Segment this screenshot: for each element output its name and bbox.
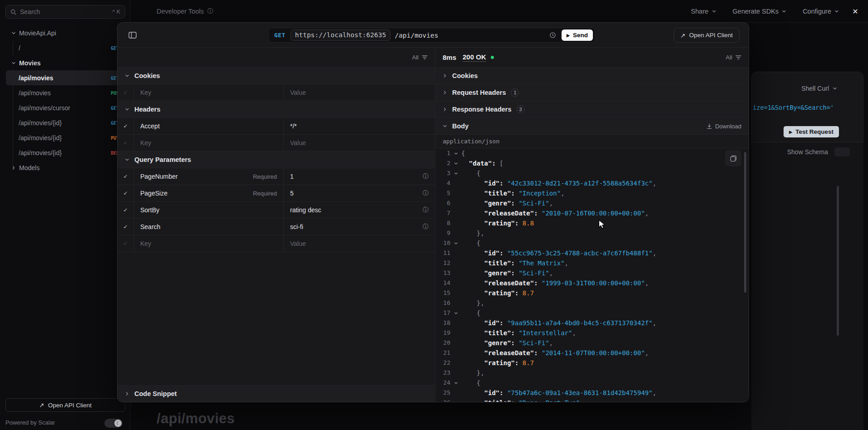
fold-toggle[interactable] [450, 338, 461, 348]
param-value[interactable]: sci-fi [290, 223, 303, 230]
sidebar-item-endpoint[interactable]: /api/movies/{id} DELETE [0, 145, 130, 160]
param-row[interactable]: ✓ Key Value [118, 235, 435, 252]
param-key[interactable]: Key [140, 139, 151, 147]
method-badge[interactable]: GET [274, 32, 286, 39]
fold-toggle[interactable] [450, 158, 461, 168]
response-section-header[interactable]: Cookies [435, 68, 749, 84]
row-checkbox[interactable]: ✓ [118, 168, 134, 185]
row-checkbox[interactable]: ✓ [118, 84, 134, 101]
close-button[interactable]: ✕ [850, 6, 861, 17]
client-selector[interactable]: Shell Curl [801, 85, 837, 92]
sidebar-item-endpoint[interactable]: /api/movies GET [6, 70, 128, 85]
row-checkbox[interactable]: ✓ [118, 185, 134, 201]
address-bar[interactable]: GET https://localhost:62635 /api/movies … [268, 28, 595, 43]
path-input[interactable]: /api/movies [395, 32, 438, 39]
row-checkbox[interactable]: ✓ [118, 202, 134, 218]
response-status[interactable]: 200 OK [463, 53, 486, 62]
sidebar-group-models[interactable]: Models [0, 160, 130, 175]
download-button[interactable]: Download [706, 123, 741, 130]
fold-toggle[interactable] [450, 288, 461, 298]
fold-toggle[interactable] [450, 198, 461, 208]
param-value[interactable]: */* [290, 122, 297, 130]
fold-toggle[interactable] [450, 228, 461, 238]
fold-toggle[interactable] [450, 168, 461, 178]
history-icon[interactable] [549, 32, 556, 39]
fold-toggle[interactable] [450, 398, 461, 402]
section-header[interactable]: Headers [118, 101, 435, 118]
fold-toggle[interactable] [450, 178, 461, 188]
row-checkbox[interactable]: ✓ [118, 219, 134, 235]
sidebar-item-endpoint[interactable]: /api/movies/{id} PUT [0, 130, 130, 145]
scrollbar-thumb[interactable] [744, 152, 746, 293]
sidebar-toggle-icon[interactable] [128, 32, 137, 39]
fold-toggle[interactable] [450, 258, 461, 268]
row-checkbox[interactable]: ✓ [118, 118, 134, 134]
param-value[interactable]: 5 [290, 190, 294, 197]
param-key[interactable]: Key [140, 89, 151, 96]
param-value[interactable]: rating desc [290, 206, 321, 214]
section-header[interactable]: Cookies [118, 68, 435, 84]
param-value[interactable]: Value [290, 89, 306, 96]
sidebar-item-endpoint[interactable]: /api/movies POST [0, 85, 130, 100]
fold-toggle[interactable] [450, 358, 461, 368]
param-key[interactable]: Accept [140, 122, 160, 130]
fold-toggle[interactable] [450, 248, 461, 258]
sidebar-item-endpoint[interactable]: /api/movies/cursor GET [0, 100, 130, 115]
fold-toggle[interactable] [450, 298, 461, 308]
open-api-client-button[interactable]: ↗ Open API Client [674, 28, 740, 43]
fold-toggle[interactable] [450, 378, 461, 388]
param-row[interactable]: ✓ Key Value [118, 84, 435, 101]
param-row[interactable]: ✓ SortBy rating desc ⓘ [118, 202, 435, 219]
param-key[interactable]: Search [140, 223, 160, 230]
search-input[interactable]: Search ^ K [5, 5, 125, 19]
fold-toggle[interactable] [450, 388, 461, 398]
sidebar-group-movieapi-api[interactable]: MovieApi.Api [0, 25, 130, 40]
row-checkbox[interactable]: ✓ [118, 235, 134, 252]
param-value[interactable]: 1 [290, 173, 294, 180]
test-request-button[interactable]: ▶ Test Request [784, 126, 839, 137]
code-snippet-section[interactable]: Code Snippet [118, 385, 435, 402]
fold-toggle[interactable] [450, 318, 461, 328]
copy-button[interactable] [725, 150, 741, 166]
fold-toggle[interactable] [450, 208, 461, 218]
fold-toggle[interactable] [450, 268, 461, 278]
base-url-chip[interactable]: https://localhost:62635 [291, 29, 391, 41]
fold-toggle[interactable] [450, 278, 461, 288]
sidebar-item-endpoint[interactable]: / GET [0, 40, 130, 55]
section-header[interactable]: Query Parameters [118, 151, 435, 168]
scrollbar-thumb[interactable] [837, 186, 839, 336]
filter-all-button[interactable]: All [412, 54, 419, 61]
fold-toggle[interactable] [450, 348, 461, 358]
response-section-header[interactable]: Body Download [435, 118, 749, 135]
param-key[interactable]: Key [140, 240, 151, 247]
row-checkbox[interactable]: ✓ [118, 135, 134, 151]
param-key[interactable]: PageSize [140, 190, 168, 197]
generate-sdks-menu[interactable]: Generate SDKs [733, 8, 787, 15]
param-value[interactable]: Value [290, 240, 306, 247]
param-row[interactable]: ✓ Accept */* [118, 118, 435, 135]
fold-toggle[interactable] [450, 308, 461, 318]
param-row[interactable]: ✓ Key Value [118, 135, 435, 151]
param-row[interactable]: ✓ Search sci-fi ⓘ [118, 219, 435, 235]
fold-toggle[interactable] [450, 238, 461, 248]
response-section-header[interactable]: Response Headers 3 [435, 101, 749, 118]
send-button[interactable]: ▶ Send [562, 29, 593, 41]
fold-toggle[interactable] [450, 368, 461, 378]
show-schema-toggle[interactable]: Show Schema [787, 148, 828, 156]
sidebar-item-endpoint[interactable]: /api/movies/{id} GET [0, 115, 130, 130]
dark-mode-toggle[interactable]: ☾ [104, 419, 123, 428]
fold-toggle[interactable] [450, 218, 461, 228]
response-section-header[interactable]: Request Headers 1 [435, 84, 749, 101]
response-filter-row[interactable]: All [726, 54, 741, 61]
schema-toggle-box[interactable] [834, 147, 850, 156]
param-row[interactable]: ✓ PageNumber Required 1 ⓘ [118, 168, 435, 185]
share-menu[interactable]: Share [691, 8, 716, 15]
sidebar-group-movies[interactable]: Movies [0, 55, 130, 70]
configure-menu[interactable]: Configure [803, 8, 839, 15]
param-row[interactable]: ✓ PageSize Required 5 ⓘ [118, 185, 435, 202]
open-api-client-button[interactable]: ↗ Open API Client [5, 398, 125, 412]
fold-toggle[interactable] [450, 188, 461, 198]
param-value[interactable]: Value [290, 139, 306, 147]
fold-toggle[interactable] [450, 148, 461, 158]
param-key[interactable]: PageNumber [140, 173, 178, 180]
